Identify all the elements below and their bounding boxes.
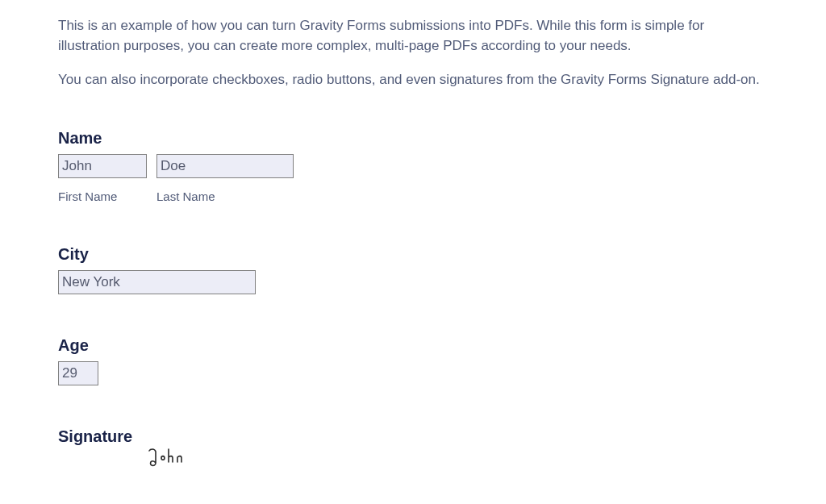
city-input[interactable] (58, 270, 256, 294)
name-field-group: Name First Name Last Name (58, 129, 768, 203)
age-field-group: Age (58, 336, 768, 385)
first-name-column: First Name (58, 154, 147, 203)
signature-icon (147, 448, 195, 469)
signature-graphic (147, 448, 768, 472)
city-label: City (58, 245, 768, 264)
intro-paragraph-2: You can also incorporate checkboxes, rad… (58, 70, 768, 90)
age-input[interactable] (58, 361, 98, 385)
form-container: Name First Name Last Name City Age Signa… (58, 129, 768, 472)
age-label: Age (58, 336, 768, 355)
intro-paragraph-1: This is an example of how you can turn G… (58, 16, 768, 56)
signature-label: Signature (58, 427, 768, 446)
last-name-sublabel: Last Name (156, 190, 294, 203)
last-name-input[interactable] (156, 154, 294, 178)
signature-field-group: Signature (58, 427, 768, 472)
city-field-group: City (58, 245, 768, 294)
last-name-column: Last Name (156, 154, 294, 203)
name-label: Name (58, 129, 768, 148)
first-name-input[interactable] (58, 154, 147, 178)
name-input-row: First Name Last Name (58, 154, 768, 203)
first-name-sublabel: First Name (58, 190, 147, 203)
